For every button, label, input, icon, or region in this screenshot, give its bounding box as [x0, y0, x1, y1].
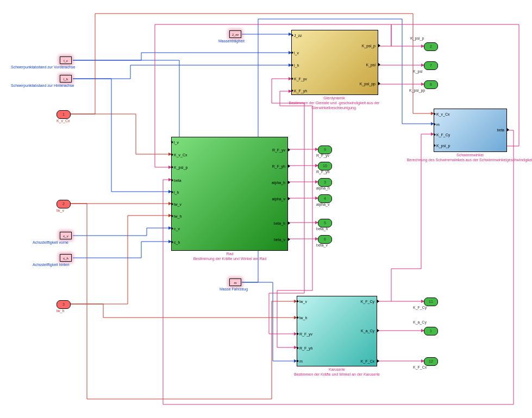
const-c-v-caption: Achssteiffigkeit vorne: [33, 240, 68, 244]
rad-out-alphah: alpha_h: [272, 181, 285, 185]
outport-10-label: R_F_yh: [316, 170, 330, 174]
gier-out-kpsip: K_psi_p: [362, 44, 375, 48]
block-gierdynamik[interactable]: J_zz l_v l_h K_F_yv K_F_yh K_psi_p K_psi…: [291, 30, 378, 95]
rad-desc: Bestimmung der Kräfte und Winkel am Rad: [193, 257, 267, 261]
gier-in-kfyv: K_F_yv: [294, 77, 307, 81]
block-gierdynamik-caption: Gierdynamik Bestimmen der Gierrate und -…: [269, 96, 399, 110]
schwimm-out-beta: beta: [497, 128, 504, 132]
const-l-v-caption: Schwerpunktabstand zur Vorderachse: [11, 65, 75, 69]
karo-desc: Bestimmen der Kräfte und Winkel an der K…: [294, 372, 380, 376]
rad-out-rfyh: R_F_yh: [272, 164, 285, 168]
gier-desc: Bestimmen der Gierrate und -geschwindigk…: [289, 101, 380, 110]
schwimm-in-m: m: [436, 123, 440, 126]
rad-in-lwh: lw_h: [174, 214, 181, 218]
outport-11[interactable]: 11: [424, 297, 438, 306]
rad-in-kpsip: K_psi_p: [174, 166, 187, 169]
const-m[interactable]: m: [229, 278, 241, 286]
const-j-zz-caption: Massenträgheit: [218, 39, 245, 43]
outport-4[interactable]: 4: [318, 194, 332, 203]
rad-in-lh: l_h: [174, 191, 179, 194]
inport-2[interactable]: 2: [57, 200, 71, 208]
rad-in-kvcx: K_v_Cx: [174, 153, 187, 157]
karo-out-kfcy: K_F_Cy: [361, 300, 374, 303]
inport-1-label: K_v_Cx: [57, 119, 70, 123]
outport-1-label: K_a_Cy: [413, 320, 427, 324]
schwimm-in-kvcx: K_v_Cx: [436, 112, 450, 116]
karo-in-lwv: lw_v: [299, 300, 307, 303]
schwimm-in-kfcy: K_F_Cy: [436, 133, 450, 137]
outport-10[interactable]: 10: [318, 162, 332, 170]
gier-title: Gierdynamik: [323, 96, 345, 100]
const-l-h[interactable]: l_h: [60, 75, 72, 83]
const-c-v[interactable]: c_v: [60, 232, 72, 239]
outport-1[interactable]: 1: [424, 327, 438, 335]
gier-out-kpsipp: K_psi_pp: [360, 82, 375, 86]
karo-in-rfyv: R_F_yv: [299, 332, 312, 336]
outport-7-label: K_psi: [413, 69, 423, 73]
outport-11-label: K_F_Cy: [413, 306, 427, 309]
karo-title: Karoserie: [329, 368, 345, 371]
rad-out-alphav: alpha_v: [272, 197, 285, 201]
outport-12-label: K_F_Cx: [413, 365, 427, 369]
const-m-caption: Masse Fahrzeug: [220, 287, 248, 291]
const-l-h-caption: Schwerpunktabstand zur Hinterachse: [11, 84, 74, 87]
outport-3[interactable]: 3: [318, 178, 332, 187]
gier-in-kfyh: K_F_yh: [294, 89, 307, 93]
block-rad[interactable]: l_v K_v_Cx K_psi_p beta l_h lw_v lw_h c_…: [171, 137, 288, 251]
rad-in-lwv: lw_v: [174, 202, 181, 206]
outport-6[interactable]: 6: [318, 235, 332, 244]
outport-5[interactable]: 5: [318, 219, 332, 227]
rad-out-rfyv: R_F_yv: [272, 148, 285, 152]
outport-8[interactable]: 8: [424, 80, 438, 89]
karo-out-kfcx: K_F_Cx: [361, 359, 374, 363]
outport-5-label: beta_h: [316, 227, 328, 231]
const-c-h[interactable]: c_h: [60, 254, 72, 262]
rad-in-beta: beta: [174, 179, 181, 182]
outport-9-label: R_F_yv: [316, 154, 329, 157]
outport-2-label: K_psi_p: [410, 36, 424, 40]
block-karoserie[interactable]: lw_v lw_h R_F_yv R_F_yh m K_F_Cy K_a_Cy …: [297, 296, 377, 366]
karo-in-lwh: lw_h: [299, 316, 307, 320]
const-c-h-caption: Achssteiffigkeit hinten: [33, 263, 70, 267]
karo-out-kacy: K_a_Cy: [361, 329, 374, 333]
outport-3-label: alpha_h: [316, 186, 330, 190]
rad-title: Rad: [227, 252, 234, 256]
rad-out-betav: beta_v: [274, 238, 285, 242]
schwimm-title: Schwimmwinkel: [456, 153, 484, 157]
karo-in-rfyh: R_F_yh: [299, 346, 313, 350]
block-rad-caption: Rad Bestimmung der Kräfte und Winkel am …: [165, 252, 295, 262]
inport-3[interactable]: 3: [57, 300, 71, 309]
outport-7[interactable]: 7: [424, 61, 438, 70]
block-schwimmwinkel[interactable]: K_v_Cx m K_F_Cy K_psi_p beta: [434, 109, 507, 152]
block-schwimmwinkel-caption: Schwimmwinkel Berechnung des Schwimmwink…: [405, 153, 532, 163]
rad-in-lv: l_v: [174, 141, 179, 144]
rad-in-cv: c_v: [174, 227, 180, 231]
rad-out-betah: beta_h: [274, 221, 285, 225]
gier-in-lv: l_v: [294, 51, 299, 55]
outport-2[interactable]: 2: [424, 42, 438, 51]
outport-4-label: alpha_v: [316, 202, 330, 206]
block-karoserie-caption: Karoserie Bestimmen der Kräfte und Winke…: [272, 368, 402, 377]
schwimm-desc: Berechnung des Schwimmwinkels aus der Sc…: [407, 158, 532, 162]
outport-12[interactable]: 12: [424, 357, 438, 366]
gier-in-jzz: J_zz: [294, 34, 302, 37]
inport-3-label: lw_h: [57, 309, 64, 313]
karo-in-m: m: [299, 359, 303, 363]
outport-8-label: K_psi_pp: [409, 88, 425, 92]
gier-in-lh: l_h: [294, 64, 299, 67]
gier-out-kpsi: K_psi: [366, 63, 375, 67]
outport-9[interactable]: 9: [318, 145, 332, 154]
schwimm-in-kpsip: K_psi_p: [436, 144, 450, 148]
inport-2-label: lw_v: [57, 208, 64, 212]
inport-1[interactable]: 1: [57, 110, 71, 119]
const-l-v[interactable]: l_v: [60, 56, 72, 64]
outport-6-label: beta_v: [316, 243, 328, 247]
const-j-zz[interactable]: J_zz: [229, 30, 241, 38]
simulink-canvas: l_v Schwerpunktabstand zur Vorderachse l…: [0, 0, 532, 418]
rad-in-ch: c_h: [174, 240, 180, 244]
